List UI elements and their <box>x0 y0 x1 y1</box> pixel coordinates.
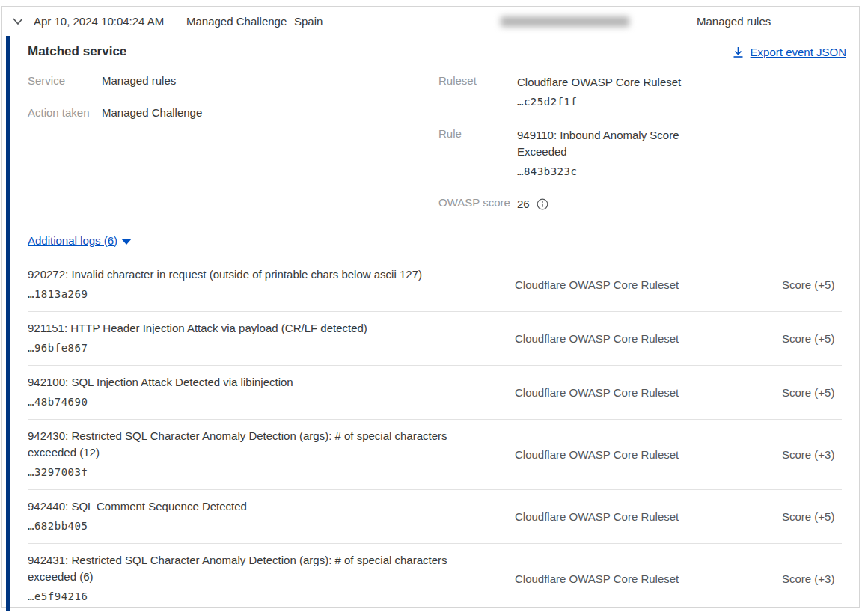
log-rule-hash: …e5f94216 <box>28 587 515 605</box>
log-score: Score (+3) <box>755 572 842 585</box>
chevron-down-icon[interactable] <box>12 17 24 26</box>
log-ruleset-name: Cloudflare OWASP Core Ruleset <box>515 278 755 291</box>
log-row: 942431: Restricted SQL Character Anomaly… <box>28 544 842 612</box>
service-label: Service <box>28 74 102 87</box>
info-icon[interactable] <box>537 198 548 210</box>
log-rule-title: 942440: SQL Comment Sequence Detected <box>28 498 471 515</box>
service-field: ServiceManaged rules <box>28 74 176 88</box>
firewall-event-detail: Apr 10, 2024 10:04:24 AM Managed Challen… <box>0 0 868 612</box>
ruleset-label: Ruleset <box>438 74 513 87</box>
event-header-row[interactable]: Apr 10, 2024 10:04:24 AM Managed Challen… <box>2 7 859 37</box>
export-link-label: Export event JSON <box>751 46 846 58</box>
event-timestamp: Apr 10, 2024 10:04:24 AM <box>34 15 164 28</box>
log-rule-hash: …96bfe867 <box>28 339 515 357</box>
export-event-json-link[interactable]: Export event JSON <box>733 46 846 58</box>
additional-logs-toggle[interactable]: Additional logs (6) <box>28 234 132 247</box>
log-rule-hash: …682bb405 <box>28 517 515 535</box>
log-score: Score (+5) <box>755 278 842 291</box>
log-score: Score (+5) <box>755 386 842 399</box>
log-rule-title: 942430: Restricted SQL Character Anomaly… <box>28 428 471 461</box>
redacted-value <box>501 16 629 27</box>
log-ruleset-name: Cloudflare OWASP Core Ruleset <box>515 332 755 345</box>
matched-service-title: Matched service <box>28 44 126 59</box>
event-action: Managed Challenge <box>186 15 287 28</box>
log-rule-hash: …48b74690 <box>28 393 515 411</box>
log-ruleset-name: Cloudflare OWASP Core Ruleset <box>515 448 755 461</box>
caret-down-icon <box>121 239 132 245</box>
event-country: Spain <box>294 15 323 28</box>
download-icon <box>733 46 744 58</box>
log-ruleset-name: Cloudflare OWASP Core Ruleset <box>515 572 755 585</box>
log-score: Score (+5) <box>755 510 842 523</box>
log-rule-hash: …3297003f <box>28 463 515 481</box>
rule-label: Rule <box>438 127 513 140</box>
expanded-row-accent-bar <box>6 36 10 611</box>
log-row: 942440: SQL Comment Sequence Detected …6… <box>28 490 842 544</box>
rule-value: 949110: Inbound Anomaly Score Exceeded …… <box>517 127 700 180</box>
log-row: 921151: HTTP Header Injection Attack via… <box>28 312 842 366</box>
owasp-score-label: OWASP score <box>438 196 513 209</box>
action-taken-value: Managed Challenge <box>102 106 202 119</box>
log-row: 942430: Restricted SQL Character Anomaly… <box>28 420 842 490</box>
ruleset-hash: …c25d2f1f <box>517 93 700 111</box>
log-score: Score (+5) <box>755 332 842 345</box>
action-taken-field: Action takenManaged Challenge <box>28 106 202 120</box>
log-score: Score (+3) <box>755 448 842 461</box>
ruleset-name: Cloudflare OWASP Core Ruleset <box>517 76 681 88</box>
log-row: 920272: Invalid character in request (ou… <box>28 258 842 312</box>
log-row: 942100: SQL Injection Attack Detected vi… <box>28 366 842 420</box>
log-rule-title: 921151: HTTP Header Injection Attack via… <box>28 320 471 337</box>
service-value: Managed rules <box>102 74 176 87</box>
owasp-score-value-row: 26 <box>517 196 700 212</box>
event-panel: Apr 10, 2024 10:04:24 AM Managed Challen… <box>1 6 860 608</box>
log-rule-title: 942100: SQL Injection Attack Detected vi… <box>28 374 471 391</box>
ruleset-value: Cloudflare OWASP Core Ruleset …c25d2f1f <box>517 74 700 111</box>
additional-logs-label: Additional logs (6) <box>28 234 117 247</box>
rule-name: 949110: Inbound Anomaly Score Exceeded <box>517 129 679 158</box>
event-service: Managed rules <box>697 15 771 28</box>
log-ruleset-name: Cloudflare OWASP Core Ruleset <box>515 386 755 399</box>
log-ruleset-name: Cloudflare OWASP Core Ruleset <box>515 510 755 523</box>
log-rule-title: 942431: Restricted SQL Character Anomaly… <box>28 552 471 585</box>
log-rule-title: 920272: Invalid character in request (ou… <box>28 266 471 283</box>
additional-logs-table: 920272: Invalid character in request (ou… <box>28 258 842 612</box>
rule-hash: …843b323c <box>517 162 700 180</box>
owasp-score-value: 26 <box>517 196 530 212</box>
log-rule-hash: …1813a269 <box>28 285 515 303</box>
action-taken-label: Action taken <box>28 106 102 119</box>
